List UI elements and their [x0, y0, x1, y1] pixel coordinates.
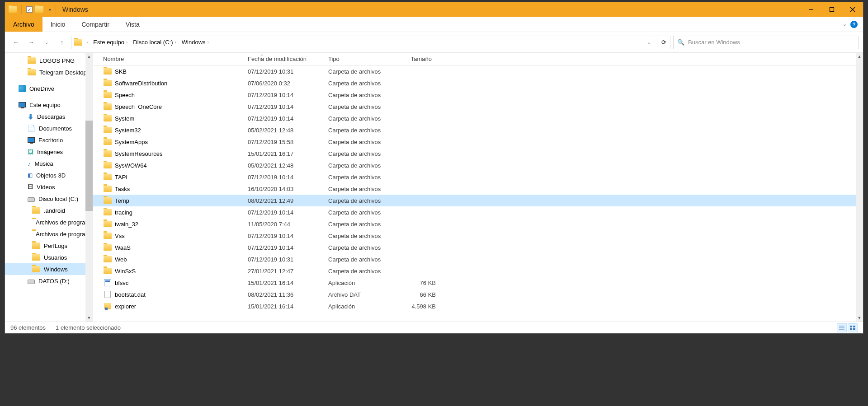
tree-item[interactable]: 🎞Vídeos: [5, 181, 93, 193]
address-bar[interactable]: › Este equipo› Disco local (C:)› Windows…: [71, 36, 654, 49]
file-row[interactable]: SKB07/12/2019 10:31Carpeta de archivos: [93, 65, 863, 77]
scroll-up-icon[interactable]: ▲: [856, 53, 863, 60]
file-row[interactable]: SystemResources15/01/2021 16:17Carpeta d…: [93, 148, 863, 159]
up-button[interactable]: ↑: [56, 36, 68, 49]
file-row[interactable]: Web07/12/2019 10:31Carpeta de archivos: [93, 253, 863, 265]
qat-customize-icon[interactable]: ▾: [49, 7, 51, 12]
scrollbar-vertical[interactable]: ▲ ▼: [856, 53, 863, 322]
tab-home[interactable]: Inicio: [42, 17, 74, 32]
file-name: System32: [112, 127, 248, 134]
separator: [21, 5, 22, 14]
column-type[interactable]: Tipo: [328, 56, 395, 62]
file-date: 27/01/2021 12:47: [248, 268, 328, 275]
file-type: Carpeta de archivos: [328, 256, 395, 263]
file-row[interactable]: WinSxS27/01/2021 12:47Carpeta de archivo…: [93, 265, 863, 277]
file-date: 07/06/2020 0:32: [248, 80, 328, 87]
file-row[interactable]: TAPI07/12/2019 10:14Carpeta de archivos: [93, 171, 863, 183]
column-date[interactable]: Fecha de modificación: [248, 56, 328, 62]
column-name[interactable]: Nombre: [103, 56, 248, 62]
tree-item[interactable]: Este equipo: [5, 99, 93, 111]
search-box[interactable]: 🔍 Buscar en Windows: [673, 36, 859, 49]
file-name: Speech: [112, 92, 248, 98]
back-button[interactable]: ←: [9, 36, 22, 49]
tree-item-label: Descargas: [37, 113, 65, 120]
tree-item[interactable]: ⬇Descargas: [5, 111, 93, 122]
file-row[interactable]: SoftwareDistribution07/06/2020 0:32Carpe…: [93, 77, 863, 89]
tree-item-label: Vídeos: [37, 184, 55, 191]
file-type: Carpeta de archivos: [328, 221, 395, 228]
tree-item[interactable]: Disco local (C:): [5, 193, 93, 205]
music-icon: ♪: [28, 160, 31, 168]
tree-item[interactable]: Windows: [5, 263, 93, 275]
view-icons-button[interactable]: [848, 323, 858, 332]
column-size[interactable]: Tamaño: [395, 56, 436, 62]
close-button[interactable]: [842, 2, 863, 17]
file-row[interactable]: Tasks16/10/2020 14:03Carpeta de archivos: [93, 183, 863, 195]
view-details-button[interactable]: [837, 323, 847, 332]
tree-item[interactable]: DATOS (D:): [5, 275, 93, 287]
scrollbar-vertical[interactable]: ▲▼: [85, 53, 93, 322]
tree-item[interactable]: Escritorio: [5, 134, 93, 146]
file-row[interactable]: WaaS07/12/2019 10:14Carpeta de archivos: [93, 242, 863, 253]
maximize-button[interactable]: [821, 2, 842, 17]
download-icon: ⬇: [28, 112, 33, 121]
file-row[interactable]: tracing07/12/2019 10:14Carpeta de archiv…: [93, 206, 863, 218]
chevron-right-icon[interactable]: ›: [174, 40, 177, 45]
chevron-right-icon[interactable]: ›: [125, 40, 128, 45]
file-row[interactable]: SystemApps07/12/2019 15:58Carpeta de arc…: [93, 136, 863, 148]
chevron-right-icon[interactable]: ›: [207, 40, 210, 45]
file-size: 66 KB: [395, 291, 436, 298]
tree-item[interactable]: Usuarios: [5, 252, 93, 263]
recent-dropdown[interactable]: ⌄: [40, 36, 53, 49]
chevron-right-icon[interactable]: ›: [85, 40, 89, 45]
tree-item[interactable]: ♪Música: [5, 158, 93, 169]
scroll-down-icon[interactable]: ▼: [856, 314, 863, 322]
file-row[interactable]: Speech07/12/2019 10:14Carpeta de archivo…: [93, 89, 863, 101]
file-type: Carpeta de archivos: [328, 233, 395, 239]
file-name: SystemApps: [112, 139, 248, 145]
tree-item[interactable]: Archivos de programa: [5, 228, 93, 240]
minimize-button[interactable]: [801, 2, 821, 17]
folder-icon: [28, 57, 36, 64]
forward-button[interactable]: →: [25, 36, 38, 49]
file-row[interactable]: System07/12/2019 10:14Carpeta de archivo…: [93, 112, 863, 124]
exe-icon: [104, 279, 111, 286]
help-icon[interactable]: ?: [850, 21, 858, 28]
file-row[interactable]: SysWOW6405/02/2021 12:48Carpeta de archi…: [93, 159, 863, 171]
file-list[interactable]: SKB07/12/2019 10:31Carpeta de archivosSo…: [93, 65, 863, 322]
file-row[interactable]: Vss07/12/2019 10:14Carpeta de archivos: [93, 230, 863, 242]
titlebar[interactable]: ✓ ▾ Windows: [5, 2, 863, 17]
tree-item[interactable]: PerfLogs: [5, 240, 93, 252]
file-row[interactable]: explorer15/01/2021 16:14Aplicación4.598 …: [93, 300, 863, 312]
file-row[interactable]: Temp08/02/2021 12:49Carpeta de archivos: [93, 195, 863, 206]
file-row[interactable]: twain_3211/05/2020 7:44Carpeta de archiv…: [93, 218, 863, 230]
file-type: Carpeta de archivos: [328, 197, 395, 204]
file-row[interactable]: bfsvc15/01/2021 16:14Aplicación76 KB: [93, 277, 863, 289]
folder-icon: [104, 127, 112, 133]
file-row[interactable]: Speech_OneCore07/12/2019 10:14Carpeta de…: [93, 101, 863, 112]
tree-item[interactable]: 📄Documentos: [5, 122, 93, 134]
tab-file[interactable]: Archivo: [5, 17, 42, 32]
file-size: 76 KB: [395, 280, 436, 286]
address-dropdown-icon[interactable]: ⌄: [647, 39, 651, 45]
tab-share[interactable]: Compartir: [73, 17, 117, 32]
file-row[interactable]: System3205/02/2021 12:48Carpeta de archi…: [93, 124, 863, 136]
scroll-thumb[interactable]: [85, 121, 93, 211]
file-date: 08/02/2021 11:36: [248, 291, 328, 298]
tree-item[interactable]: ◧Objetos 3D: [5, 169, 93, 181]
refresh-button[interactable]: ⟳: [657, 36, 670, 49]
tree-item[interactable]: Telegram Desktop: [5, 66, 93, 78]
tab-view[interactable]: Vista: [118, 17, 148, 32]
ribbon-expand-icon[interactable]: ⌄: [843, 21, 847, 27]
tree-item-label: Usuarios: [44, 254, 67, 261]
tree-item[interactable]: OneDrive: [5, 83, 93, 94]
qat-properties-icon[interactable]: ✓: [26, 6, 33, 13]
tree-item[interactable]: 🖼Imágenes: [5, 146, 93, 158]
folder-icon: [104, 174, 112, 180]
file-row[interactable]: bootstat.dat08/02/2021 11:36Archivo DAT6…: [93, 289, 863, 300]
tree-item[interactable]: .android: [5, 205, 93, 216]
qat-newfolder-icon[interactable]: [35, 6, 43, 13]
tree-item[interactable]: LOGOS PNG: [5, 55, 93, 66]
tree-item[interactable]: Archivos de programa: [5, 216, 93, 228]
drive-icon: [28, 197, 35, 202]
